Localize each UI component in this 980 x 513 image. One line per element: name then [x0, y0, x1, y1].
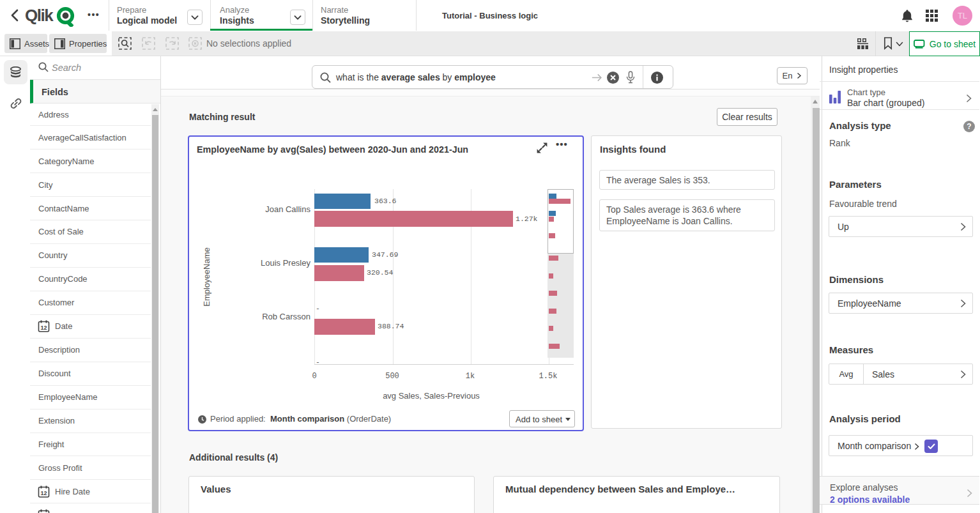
- svg-text:12: 12: [40, 325, 47, 331]
- svg-text:12: 12: [40, 489, 47, 496]
